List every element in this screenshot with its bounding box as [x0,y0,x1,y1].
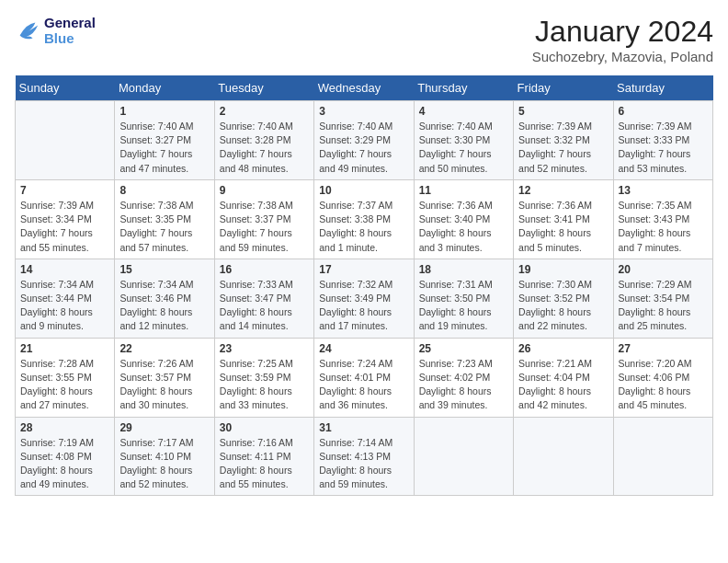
calendar-cell: 12Sunrise: 7:36 AMSunset: 3:41 PMDayligh… [514,179,613,259]
month-title: January 2024 [532,15,713,49]
calendar-week-row: 7Sunrise: 7:39 AMSunset: 3:34 PMDaylight… [16,179,713,259]
day-number: 7 [20,184,109,197]
calendar-cell: 28Sunrise: 7:19 AMSunset: 4:08 PMDayligh… [16,417,115,496]
day-number: 25 [419,342,508,355]
calendar-table: SundayMondayTuesdayWednesdayThursdayFrid… [15,75,713,496]
calendar-cell: 21Sunrise: 7:28 AMSunset: 3:55 PMDayligh… [16,338,115,417]
calendar-cell: 27Sunrise: 7:20 AMSunset: 4:06 PMDayligh… [613,338,712,417]
day-number: 8 [119,184,209,197]
day-info: Sunrise: 7:28 AMSunset: 3:55 PMDaylight:… [20,357,109,413]
day-info: Sunrise: 7:39 AMSunset: 3:32 PMDaylight:… [518,120,608,176]
calendar-week-row: 14Sunrise: 7:34 AMSunset: 3:44 PMDayligh… [16,259,713,338]
day-info: Sunrise: 7:40 AMSunset: 3:28 PMDaylight:… [220,120,309,176]
day-info: Sunrise: 7:37 AMSunset: 3:38 PMDaylight:… [319,199,408,255]
day-number: 1 [119,105,209,118]
day-number: 10 [319,184,408,197]
day-info: Sunrise: 7:36 AMSunset: 3:41 PMDaylight:… [518,199,608,255]
day-number: 16 [220,263,309,276]
day-info: Sunrise: 7:16 AMSunset: 4:11 PMDaylight:… [220,436,309,492]
weekday-header-friday: Friday [514,75,613,101]
day-number: 24 [319,342,408,355]
calendar-cell: 19Sunrise: 7:30 AMSunset: 3:52 PMDayligh… [514,259,613,338]
calendar-cell: 24Sunrise: 7:24 AMSunset: 4:01 PMDayligh… [314,338,414,417]
day-number: 18 [419,263,508,276]
logo: General Blue [15,15,96,46]
day-number: 2 [220,105,309,118]
calendar-cell: 5Sunrise: 7:39 AMSunset: 3:32 PMDaylight… [514,101,613,180]
day-number: 3 [319,105,408,118]
day-number: 23 [220,342,309,355]
day-number: 6 [619,105,708,118]
day-number: 4 [419,105,508,118]
day-info: Sunrise: 7:29 AMSunset: 3:54 PMDaylight:… [619,278,708,334]
calendar-cell: 11Sunrise: 7:36 AMSunset: 3:40 PMDayligh… [414,179,513,259]
day-number: 13 [619,184,708,197]
calendar-cell: 29Sunrise: 7:17 AMSunset: 4:10 PMDayligh… [115,417,214,496]
weekday-header-saturday: Saturday [613,75,712,101]
calendar-cell: 3Sunrise: 7:40 AMSunset: 3:29 PMDaylight… [314,101,414,180]
weekday-header-sunday: Sunday [16,75,115,101]
calendar-cell [414,417,513,496]
calendar-cell: 8Sunrise: 7:38 AMSunset: 3:35 PMDaylight… [115,179,214,259]
logo-text: General Blue [44,15,96,46]
calendar-cell: 4Sunrise: 7:40 AMSunset: 3:30 PMDaylight… [414,101,513,180]
calendar-cell [613,417,712,496]
day-number: 21 [20,342,109,355]
day-number: 11 [419,184,508,197]
day-number: 26 [518,342,608,355]
day-info: Sunrise: 7:39 AMSunset: 3:34 PMDaylight:… [20,199,109,255]
day-info: Sunrise: 7:30 AMSunset: 3:52 PMDaylight:… [518,278,608,334]
day-info: Sunrise: 7:34 AMSunset: 3:46 PMDaylight:… [119,278,209,334]
day-info: Sunrise: 7:25 AMSunset: 3:59 PMDaylight:… [220,357,309,413]
calendar-cell: 13Sunrise: 7:35 AMSunset: 3:43 PMDayligh… [613,179,712,259]
day-info: Sunrise: 7:38 AMSunset: 3:35 PMDaylight:… [119,199,209,255]
calendar-cell: 9Sunrise: 7:38 AMSunset: 3:37 PMDaylight… [214,179,313,259]
calendar-cell: 2Sunrise: 7:40 AMSunset: 3:28 PMDaylight… [214,101,313,180]
day-info: Sunrise: 7:17 AMSunset: 4:10 PMDaylight:… [119,436,209,492]
day-info: Sunrise: 7:34 AMSunset: 3:44 PMDaylight:… [20,278,109,334]
logo-icon [15,17,40,43]
weekday-header-monday: Monday [115,75,214,101]
day-number: 19 [518,263,608,276]
calendar-cell: 23Sunrise: 7:25 AMSunset: 3:59 PMDayligh… [214,338,313,417]
day-info: Sunrise: 7:23 AMSunset: 4:02 PMDaylight:… [419,357,508,413]
day-number: 14 [20,263,109,276]
calendar-cell: 26Sunrise: 7:21 AMSunset: 4:04 PMDayligh… [514,338,613,417]
day-number: 27 [619,342,708,355]
calendar-cell: 6Sunrise: 7:39 AMSunset: 3:33 PMDaylight… [613,101,712,180]
day-number: 31 [319,421,408,434]
day-info: Sunrise: 7:32 AMSunset: 3:49 PMDaylight:… [319,278,408,334]
day-number: 29 [119,421,209,434]
title-block: January 2024 Suchozebry, Mazovia, Poland [532,15,713,64]
calendar-cell: 7Sunrise: 7:39 AMSunset: 3:34 PMDaylight… [16,179,115,259]
day-info: Sunrise: 7:31 AMSunset: 3:50 PMDaylight:… [419,278,508,334]
day-number: 12 [518,184,608,197]
calendar-cell: 14Sunrise: 7:34 AMSunset: 3:44 PMDayligh… [16,259,115,338]
weekday-header-row: SundayMondayTuesdayWednesdayThursdayFrid… [16,75,713,101]
day-info: Sunrise: 7:24 AMSunset: 4:01 PMDaylight:… [319,357,408,413]
calendar-cell: 10Sunrise: 7:37 AMSunset: 3:38 PMDayligh… [314,179,414,259]
weekday-header-tuesday: Tuesday [214,75,313,101]
calendar-cell [514,417,613,496]
calendar-cell: 17Sunrise: 7:32 AMSunset: 3:49 PMDayligh… [314,259,414,338]
day-info: Sunrise: 7:14 AMSunset: 4:13 PMDaylight:… [319,436,408,492]
day-info: Sunrise: 7:40 AMSunset: 3:29 PMDaylight:… [319,120,408,176]
calendar-week-row: 28Sunrise: 7:19 AMSunset: 4:08 PMDayligh… [16,417,713,496]
day-info: Sunrise: 7:36 AMSunset: 3:40 PMDaylight:… [419,199,508,255]
day-number: 9 [220,184,309,197]
calendar-cell: 20Sunrise: 7:29 AMSunset: 3:54 PMDayligh… [613,259,712,338]
location: Suchozebry, Mazovia, Poland [532,49,713,64]
day-info: Sunrise: 7:40 AMSunset: 3:27 PMDaylight:… [119,120,209,176]
day-number: 20 [619,263,708,276]
weekday-header-thursday: Thursday [414,75,513,101]
day-number: 22 [119,342,209,355]
calendar-cell: 16Sunrise: 7:33 AMSunset: 3:47 PMDayligh… [214,259,313,338]
page-header: General Blue January 2024 Suchozebry, Ma… [15,15,713,64]
day-info: Sunrise: 7:33 AMSunset: 3:47 PMDaylight:… [220,278,309,334]
day-info: Sunrise: 7:35 AMSunset: 3:43 PMDaylight:… [619,199,708,255]
day-number: 15 [119,263,209,276]
day-info: Sunrise: 7:40 AMSunset: 3:30 PMDaylight:… [419,120,508,176]
calendar-cell: 30Sunrise: 7:16 AMSunset: 4:11 PMDayligh… [214,417,313,496]
calendar-cell: 31Sunrise: 7:14 AMSunset: 4:13 PMDayligh… [314,417,414,496]
calendar-cell: 1Sunrise: 7:40 AMSunset: 3:27 PMDaylight… [115,101,214,180]
